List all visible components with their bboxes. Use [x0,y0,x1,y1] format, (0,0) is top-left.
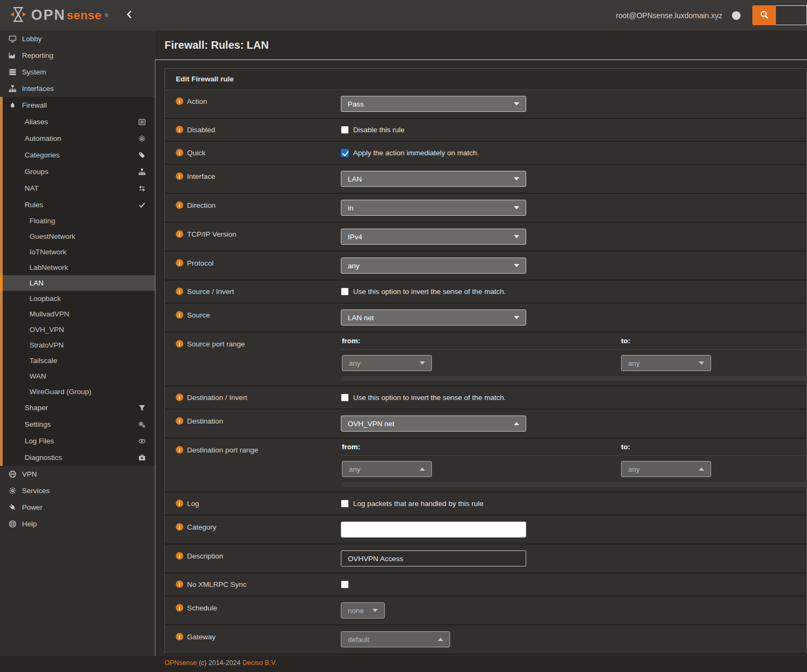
deciso-footer-link[interactable]: Deciso B.V. [242,659,277,667]
direction-select[interactable]: in [341,200,526,216]
info-icon[interactable] [176,633,183,640]
logo-text: OPN [31,8,66,22]
sidebar-item-rules-labnetwork[interactable]: LabNetwork [3,260,155,275]
sidebar-item-rules-iotnetwork[interactable]: IoTNetwork [3,244,155,260]
search-button[interactable] [752,5,776,25]
sidebar-item-log-files[interactable]: Log Files [3,433,155,449]
tag-icon [137,152,147,159]
field-label: Interface [187,172,215,180]
sidebar-item-interfaces[interactable]: Interfaces [0,80,155,97]
source-select[interactable]: LAN net [341,309,526,326]
source-port-to-select[interactable]: any [621,355,711,371]
info-icon[interactable] [176,523,183,531]
sidebar-item-shaper[interactable]: Shaper [3,399,155,416]
sidebar-item-rules-guestnetwork[interactable]: GuestNetwork [3,229,155,244]
category-input[interactable] [341,522,526,538]
info-icon[interactable] [176,446,183,454]
field-label: Destination [187,417,223,425]
sidebar-item-help[interactable]: Help [0,516,155,532]
action-select[interactable]: Pass [341,96,526,112]
destination-select[interactable]: OVH_VPN net [341,416,526,432]
info-icon[interactable] [176,311,183,319]
interface-select[interactable]: LAN [341,171,526,187]
form-row-no-xmlrpc-sync: No XMLRPC Sync [165,573,806,597]
info-icon[interactable] [176,604,183,611]
sidebar-item-firewall[interactable]: Firewall [3,97,155,114]
quick-checkbox[interactable] [341,149,349,157]
sidebar-item-automation[interactable]: Automation [3,130,155,147]
horizontal-scrollbar[interactable] [341,376,806,381]
source-invert-checkbox[interactable] [341,288,349,296]
source-port-from-select[interactable]: any [342,355,432,371]
sidebar-item-rules-wireguard-group[interactable]: WireGuard (Group) [3,384,155,399]
protocol-select[interactable]: any [341,258,526,274]
search-input[interactable] [776,5,807,25]
sidebar-item-lobby[interactable]: Lobby [0,31,155,47]
caret-down-icon [699,361,704,365]
opnsense-footer-link[interactable]: OPNsense [165,659,197,667]
server-icon [8,68,17,76]
sidebar-item-nat[interactable]: NAT [3,180,155,197]
sidebar-collapse-button[interactable] [125,10,134,21]
sidebar-item-settings[interactable]: Settings [3,416,155,433]
medkit-icon [137,454,147,462]
form-row-gateway: Gateway default [165,625,806,654]
info-icon[interactable] [176,149,183,156]
sidebar-item-rules-floating[interactable]: Floating [3,213,155,229]
sidebar-item-rules[interactable]: Rules [3,197,155,213]
page-title: Firewall: Rules: LAN [165,39,268,51]
port-to-header: to: [620,333,806,349]
caret-down-icon [514,177,519,180]
info-icon[interactable] [176,201,183,209]
info-icon[interactable] [176,552,183,560]
info-icon[interactable] [176,288,183,295]
info-icon[interactable] [176,417,183,425]
sidebar-item-reporting[interactable]: Reporting [0,47,155,64]
gear-icon [137,135,147,142]
destination-port-from-select[interactable]: any [342,461,432,477]
sidebar-item-categories[interactable]: Categories [3,147,155,163]
gears-icon [137,421,147,428]
sidebar-item-rules-tailscale[interactable]: Tailscale [3,353,155,368]
horizontal-scrollbar[interactable] [341,482,806,487]
destination-invert-checkbox[interactable] [341,394,349,402]
caret-down-icon [514,235,519,238]
info-icon[interactable] [176,97,183,105]
sidebar-item-rules-loopback[interactable]: Loopback [3,291,155,306]
sidebar-item-vpn[interactable]: VPN [0,466,155,482]
info-icon[interactable] [176,394,183,401]
sidebar-item-rules-lan[interactable]: LAN [0,275,155,291]
gear-icon [8,487,17,495]
no-xmlrpc-checkbox[interactable] [341,580,349,588]
field-label: Destination / Invert [187,394,248,402]
info-icon[interactable] [176,500,183,507]
opnsense-logo[interactable]: OPN sense ® [9,5,108,26]
info-icon[interactable] [176,230,183,238]
field-label: Source / Invert [187,288,234,296]
info-icon[interactable] [176,580,183,588]
sidebar-item-rules-wan[interactable]: WAN [3,368,155,384]
search-bar [752,5,807,25]
sidebar-item-power[interactable]: Power [0,499,155,516]
sidebar-item-rules-stratovpn[interactable]: StratoVPN [3,337,155,353]
sidebar-item-system[interactable]: System [0,64,155,80]
info-icon[interactable] [176,259,183,267]
gateway-select[interactable]: default [341,631,450,647]
tcpip-version-select[interactable]: IPv4 [341,229,526,245]
sidebar-item-services[interactable]: Services [0,482,155,499]
info-icon[interactable] [176,172,183,180]
info-icon[interactable] [176,126,183,133]
logo-accent-text: sense [67,10,102,21]
destination-port-to-select[interactable]: any [621,461,711,477]
sidebar-item-rules-mullvadvpn[interactable]: MullvadVPN [3,306,155,322]
sidebar-item-rules-ovh-vpn[interactable]: OVH_VPN [3,322,155,337]
log-checkbox[interactable] [341,500,349,508]
schedule-select[interactable]: none [341,602,385,618]
sidebar-item-groups[interactable]: Groups [3,163,155,180]
info-icon[interactable] [176,340,183,348]
sidebar-item-diagnostics[interactable]: Diagnostics [3,449,155,466]
sidebar-item-aliases[interactable]: Aliases [3,114,155,130]
description-input[interactable] [341,550,526,567]
desktop-icon [8,35,17,43]
disabled-checkbox[interactable] [341,126,349,134]
